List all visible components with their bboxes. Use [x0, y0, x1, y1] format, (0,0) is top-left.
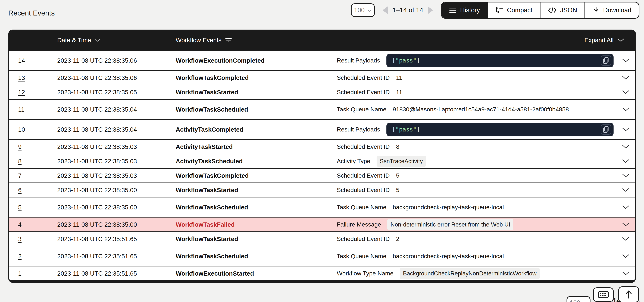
history-button[interactable]: History — [442, 2, 487, 18]
row-expand-chevron-icon[interactable] — [622, 76, 630, 80]
event-id-link[interactable]: 2 — [18, 253, 22, 260]
workflow-events-header: Workflow Events — [176, 36, 337, 44]
view-switcher: History Compact JSON Download — [441, 2, 640, 19]
event-time: 2023-11-08 UTC 22:38:35.03 — [57, 143, 176, 150]
detail-value-badge: SsnTraceActivity — [376, 156, 426, 167]
table-row[interactable]: 11 2023-11-08 UTC 22:38:35.04 WorkflowTa… — [9, 99, 635, 119]
copy-button[interactable] — [601, 56, 611, 66]
top-toolbar: 100 1–14 of 14 History Compact JSON Down… — [351, 2, 640, 19]
compact-button-label: Compact — [507, 6, 532, 14]
event-time: 2023-11-08 UTC 22:35:51.65 — [57, 270, 176, 277]
detail-value-link[interactable]: backgroundcheck-replay-task-queue-local — [393, 204, 504, 211]
detail-label: Scheduled Event ID — [337, 143, 390, 150]
event-id-link[interactable]: 12 — [18, 89, 25, 96]
up-arrow-icon — [625, 290, 632, 299]
table-row[interactable]: 10 2023-11-08 UTC 22:38:35.04 ActivityTa… — [9, 119, 635, 139]
row-expand-chevron-icon[interactable] — [622, 254, 630, 258]
event-id-link[interactable]: 3 — [18, 236, 22, 242]
event-detail: Scheduled Event ID 8 [] — [337, 143, 616, 150]
table-row[interactable]: 13 2023-11-08 UTC 22:38:35.06 WorkflowTa… — [9, 70, 635, 85]
expand-all-button[interactable]: Expand All — [337, 36, 635, 44]
event-id-link[interactable]: 11 — [18, 106, 24, 113]
event-id-link[interactable]: 4 — [18, 221, 22, 228]
event-id-link[interactable]: 5 — [18, 204, 22, 211]
event-detail: Task Queue Name backgroundcheck-replay-t… — [337, 204, 616, 211]
detail-value-text: 8 — [396, 143, 400, 150]
event-detail: Result Payloads ["pass"] — [337, 123, 616, 136]
detail-label: Scheduled Event ID — [337, 172, 390, 179]
event-detail: Scheduled Event ID 5 [] — [337, 172, 616, 179]
row-expand-chevron-icon[interactable] — [622, 174, 630, 178]
event-id-link[interactable]: 13 — [18, 74, 25, 81]
event-time: 2023-11-08 UTC 22:38:35.03 — [57, 172, 176, 179]
event-id-link[interactable]: 1 — [18, 270, 22, 277]
row-expand-chevron-icon[interactable] — [622, 205, 630, 209]
table-row[interactable]: 4 2023-11-08 UTC 22:38:35.00 WorkflowTas… — [9, 217, 635, 232]
per-page-select-bottom[interactable]: 100 — [566, 296, 590, 302]
table-row[interactable]: 9 2023-11-08 UTC 22:38:35.03 ActivityTas… — [9, 139, 635, 154]
event-id-link[interactable]: 8 — [18, 158, 22, 164]
event-name: WorkflowTaskCompleted — [176, 74, 337, 81]
prev-page-button[interactable] — [382, 6, 388, 14]
workflow-events-header-label: Workflow Events — [176, 36, 222, 44]
copy-button[interactable] — [601, 124, 611, 135]
event-id-link[interactable]: 10 — [18, 126, 25, 133]
event-name: ActivityTaskScheduled — [176, 158, 337, 165]
event-time: 2023-11-08 UTC 22:38:35.00 — [57, 204, 176, 211]
event-time: 2023-11-08 UTC 22:38:35.03 — [57, 158, 176, 165]
event-id-link[interactable]: 6 — [18, 186, 22, 194]
next-page-button-bottom[interactable] — [639, 300, 644, 302]
chevron-down-icon — [367, 9, 372, 12]
payload-string: "pass" — [396, 57, 416, 64]
event-name: WorkflowTaskScheduled — [176, 253, 337, 260]
detail-value-text: 11 — [396, 74, 402, 81]
table-header: Date & Time Workflow Events Expand All — [9, 30, 635, 50]
table-row[interactable]: 14 2023-11-08 UTC 22:38:35.06 WorkflowEx… — [9, 50, 635, 70]
event-name: WorkflowExecutionCompleted — [176, 57, 337, 64]
compact-button[interactable]: Compact — [487, 2, 540, 18]
per-page-select[interactable]: 100 — [351, 3, 375, 17]
row-expand-chevron-icon[interactable] — [622, 90, 630, 94]
row-expand-chevron-icon[interactable] — [622, 58, 630, 62]
keyboard-shortcuts-button[interactable] — [593, 288, 614, 302]
table-row[interactable]: 3 2023-11-08 UTC 22:35:51.65 WorkflowTas… — [9, 232, 635, 246]
detail-value-link[interactable]: 91830@Masons-Laptop:ed1c54a9-ac71-41d4-a… — [393, 106, 569, 113]
filter-icon[interactable] — [225, 38, 232, 42]
detail-value-text: 2 — [396, 236, 400, 242]
event-time: 2023-11-08 UTC 22:38:35.06 — [57, 74, 176, 81]
row-expand-chevron-icon[interactable] — [622, 272, 630, 276]
table-row[interactable]: 5 2023-11-08 UTC 22:38:35.00 WorkflowTas… — [9, 197, 635, 217]
row-expand-chevron-icon[interactable] — [622, 107, 630, 112]
payload-code-block: ["pass"] — [386, 54, 614, 68]
table-row[interactable]: 2 2023-11-08 UTC 22:35:51.65 WorkflowTas… — [9, 246, 635, 266]
event-time: 2023-11-08 UTC 22:38:35.04 — [57, 126, 176, 133]
table-row[interactable]: 6 2023-11-08 UTC 22:38:35.00 WorkflowTas… — [9, 182, 635, 197]
detail-value-link[interactable]: backgroundcheck-replay-task-queue-local — [393, 253, 504, 260]
table-body: 14 2023-11-08 UTC 22:38:35.06 WorkflowEx… — [9, 50, 635, 280]
row-expand-chevron-icon[interactable] — [622, 145, 630, 149]
scroll-to-top-button[interactable] — [618, 286, 639, 302]
sort-chevron-icon[interactable] — [95, 39, 100, 42]
per-page-value-bottom: 100 — [570, 299, 580, 302]
table-row[interactable]: 12 2023-11-08 UTC 22:38:35.05 WorkflowTa… — [9, 85, 635, 99]
row-expand-chevron-icon[interactable] — [622, 222, 630, 226]
table-row[interactable]: 7 2023-11-08 UTC 22:38:35.03 WorkflowTas… — [9, 168, 635, 182]
table-row[interactable]: 8 2023-11-08 UTC 22:38:35.03 ActivityTas… — [9, 154, 635, 168]
event-time: 2023-11-08 UTC 22:35:51.65 — [57, 236, 176, 242]
event-detail: Scheduled Event ID 5 [] — [337, 186, 616, 194]
row-expand-chevron-icon[interactable] — [622, 159, 630, 163]
detail-value-text: 5 — [396, 172, 400, 179]
event-id-link[interactable]: 14 — [18, 57, 25, 64]
next-page-button[interactable] — [428, 6, 433, 14]
event-id-link[interactable]: 9 — [18, 143, 22, 150]
row-expand-chevron-icon[interactable] — [622, 188, 630, 192]
row-expand-chevron-icon[interactable] — [622, 237, 630, 241]
list-icon — [449, 7, 457, 13]
table-row[interactable]: 1 2023-11-08 UTC 22:35:51.65 WorkflowExe… — [9, 266, 635, 280]
download-button[interactable]: Download — [584, 2, 639, 18]
json-button[interactable]: JSON — [540, 2, 584, 18]
event-id-link[interactable]: 7 — [18, 172, 22, 179]
date-time-header[interactable]: Date & Time — [57, 36, 176, 44]
row-expand-chevron-icon[interactable] — [622, 128, 630, 132]
detail-value-text: 5 — [396, 186, 400, 194]
